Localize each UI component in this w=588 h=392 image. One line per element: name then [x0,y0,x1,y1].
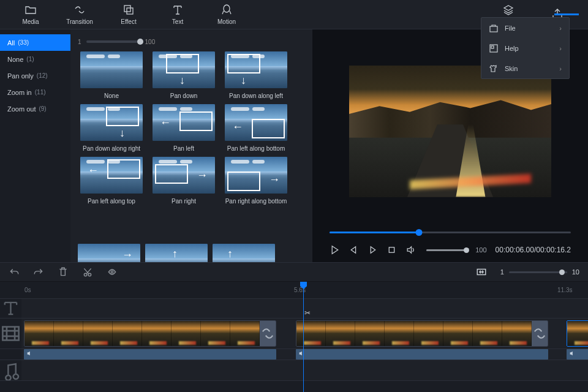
motion-thumb[interactable]: ← [225,104,287,141]
motion-thumb[interactable] [80,51,143,88]
motion-thumb[interactable]: ↓ [153,51,215,88]
svg-rect-0 [124,6,130,12]
video-clip[interactable] [296,320,548,347]
text-track-icon[interactable] [0,299,21,318]
tool-media[interactable]: Media [6,0,55,29]
motion-thumb[interactable]: ↑ [145,244,208,262]
active-indicator [554,13,579,15]
file-icon [489,23,499,33]
stop-button[interactable] [386,244,397,255]
zoom-max: 10 [572,268,579,276]
undo-button[interactable] [9,266,20,277]
thumb-size-min: 1 [78,39,81,45]
effect-icon [123,4,135,16]
menu-help[interactable]: Help › [481,38,569,58]
volume-slider[interactable] [426,249,467,251]
audio-clip[interactable] [24,349,276,360]
svg-point-2 [224,5,230,12]
motion-label: Pan down [170,92,197,99]
motion-label: Pan right along bottom [225,198,287,205]
svg-rect-3 [490,26,497,32]
zoom-slider[interactable] [509,271,567,273]
delete-button[interactable] [58,266,69,277]
help-icon [489,43,499,53]
audio-clip[interactable] [567,349,588,360]
volume-icon[interactable] [405,244,416,255]
motion-label: Pan down along left [229,92,283,99]
motion-label: Pan left along top [88,198,135,205]
tool-effect[interactable]: Effect [104,0,153,29]
menu-skin[interactable]: Skin › [481,58,569,78]
tool-transition[interactable]: Transition [55,0,104,29]
music-track[interactable] [21,360,588,380]
skin-icon [489,64,499,74]
motion-label: Pan left [173,145,194,152]
crop-button[interactable] [107,266,118,277]
sidebar-item-all[interactable]: All(33) [0,34,70,51]
speaker-icon [569,350,575,358]
play-button[interactable] [330,244,340,255]
top-toolbar: Media Transition Effect Text Motion Temp… [0,0,588,29]
time-display: 00:00:06.00/00:00:16.2 [496,246,571,254]
motion-label: Pan down along right [83,145,140,152]
video-track[interactable]: ✂ [21,318,588,349]
motion-thumb[interactable]: ↓ [225,51,287,88]
main-menu: File › Help › Skin › [481,17,570,79]
text-icon [172,4,184,16]
motion-thumb[interactable]: ↓ [80,104,143,141]
audio-track[interactable] [21,349,588,360]
cut-button[interactable] [82,266,93,277]
volume-value: 100 [475,246,486,254]
svg-point-9 [111,271,113,273]
motion-gallery: 1 100 None ↓Pan down ↓Pan down along lef… [70,29,312,262]
sidebar-item-none[interactable]: None(1) [0,51,70,67]
motion-thumb[interactable]: ← [80,157,143,194]
motion-thumb[interactable]: → [78,244,140,262]
chevron-right-icon: › [559,24,562,32]
video-clip[interactable] [567,320,588,347]
preview-video[interactable] [349,66,551,197]
transition-icon [74,4,86,16]
svg-rect-5 [491,46,494,48]
seek-slider[interactable] [330,232,571,233]
motion-thumb[interactable]: ← [153,104,215,141]
thumb-size-max: 100 [145,39,156,45]
motion-thumb[interactable]: ↑ [213,244,275,262]
svg-rect-1 [127,8,133,14]
redo-button[interactable] [33,266,44,277]
motion-label: Pan right [172,198,196,205]
audio-clip[interactable] [296,349,548,360]
playhead[interactable] [303,282,304,392]
cut-marker-icon: ✂ [304,309,311,317]
svg-rect-11 [2,327,18,341]
prev-frame-button[interactable] [349,244,359,255]
motion-label: Pan left along bottom [227,145,285,152]
speaker-icon [26,350,32,358]
chevron-right-icon: › [559,65,562,72]
tool-text[interactable]: Text [153,0,202,29]
timeline-ruler[interactable]: 0s 5.6s 11.3s [0,282,588,299]
sidebar-item-pan-only[interactable]: Pan only(12) [0,67,70,84]
video-track-icon[interactable] [0,318,21,349]
category-sidebar: All(33) None(1) Pan only(12) Zoom in(11)… [0,29,70,262]
menu-file[interactable]: File › [481,18,569,38]
timeline-tracks: ✂ [0,299,588,392]
next-frame-button[interactable] [368,244,378,255]
transition-icon [260,321,276,346]
thumb-size-slider[interactable] [86,40,140,43]
video-clip[interactable] [24,320,276,347]
tool-motion[interactable]: Motion [202,0,251,29]
folder-icon [24,4,37,16]
motion-thumb[interactable]: → [225,157,287,194]
sidebar-item-zoom-out[interactable]: Zoom out(9) [0,100,70,117]
motion-icon [221,4,233,16]
music-track-icon[interactable] [0,360,21,380]
sidebar-item-zoom-in[interactable]: Zoom in(11) [0,84,70,100]
transition-icon [532,321,548,346]
chevron-right-icon: › [559,45,562,52]
template-icon [502,4,514,16]
motion-label: None [104,92,119,99]
timeline-toolbar: 1 10 [0,262,588,282]
motion-thumb[interactable]: → [153,157,215,194]
fit-button[interactable] [476,266,487,277]
